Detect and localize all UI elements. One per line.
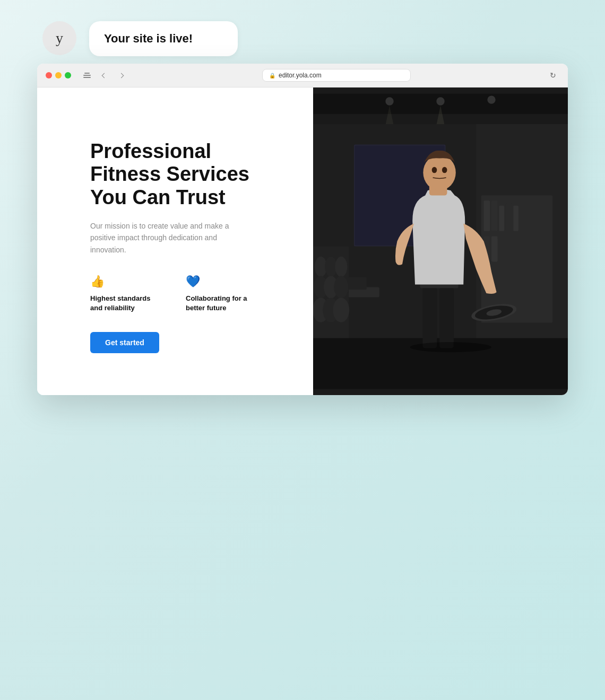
feature-text-2: Collaborating for a better future — [186, 294, 260, 313]
gym-scene — [313, 88, 568, 395]
get-started-button[interactable]: Get started — [90, 332, 159, 353]
svg-point-26 — [335, 257, 347, 277]
chat-bubble-1: Your site is live! — [89, 21, 238, 56]
svg-point-37 — [423, 155, 455, 190]
sidebar-toggle-icon[interactable] — [82, 70, 92, 81]
svg-rect-11 — [484, 200, 490, 231]
thumbs-up-icon: 👍 — [90, 275, 165, 288]
browser-window: 🔒 editor.yola.com ↻ Professional Fitness… — [37, 64, 568, 395]
left-panel: Professional Fitness Services You Can Tr… — [37, 88, 313, 395]
feature-item-2: 💙 Collaborating for a better future — [186, 275, 260, 313]
yola-avatar: y — [42, 21, 76, 55]
svg-rect-14 — [506, 203, 512, 231]
gym-image-panel — [313, 88, 568, 395]
svg-rect-17 — [491, 236, 498, 261]
svg-point-32 — [333, 298, 349, 322]
close-button[interactable] — [46, 72, 52, 78]
heart-icon: 💙 — [186, 275, 260, 288]
feature-item-1: 👍 Highest standards and reliability — [90, 275, 165, 313]
hero-title: Professional Fitness Services You Can Tr… — [90, 140, 281, 209]
forward-button[interactable] — [116, 70, 126, 81]
svg-rect-15 — [513, 206, 518, 231]
hero-subtitle: Our mission is to create value and make … — [90, 220, 239, 256]
browser-chrome: 🔒 editor.yola.com ↻ — [37, 64, 568, 88]
svg-point-39 — [442, 167, 447, 173]
svg-rect-34 — [439, 287, 454, 348]
bubble-1-text: Your site is live! — [104, 32, 193, 45]
url-text: editor.yola.com — [279, 72, 322, 79]
svg-rect-18 — [499, 239, 504, 261]
back-button[interactable] — [99, 70, 109, 81]
svg-point-2 — [385, 97, 393, 105]
svg-point-43 — [410, 342, 491, 352]
svg-point-38 — [432, 167, 437, 173]
minimize-button[interactable] — [55, 72, 62, 78]
svg-point-29 — [334, 276, 348, 298]
address-bar-wrapper: 🔒 editor.yola.com — [133, 69, 540, 82]
address-bar[interactable]: 🔒 editor.yola.com — [262, 69, 411, 82]
feature-text-1: Highest standards and reliability — [90, 294, 165, 313]
svg-point-4 — [487, 95, 495, 103]
svg-rect-12 — [491, 200, 498, 231]
browser-controls — [82, 70, 92, 81]
traffic-lights — [46, 72, 71, 78]
website-content: Professional Fitness Services You Can Tr… — [37, 88, 568, 395]
svg-rect-13 — [499, 206, 504, 231]
svg-rect-33 — [422, 287, 437, 348]
features-row: 👍 Highest standards and reliability 💙 Co… — [90, 275, 281, 313]
maximize-button[interactable] — [65, 72, 71, 78]
lock-icon: 🔒 — [269, 73, 275, 78]
svg-point-3 — [436, 97, 444, 105]
reload-button[interactable]: ↻ — [547, 69, 559, 82]
